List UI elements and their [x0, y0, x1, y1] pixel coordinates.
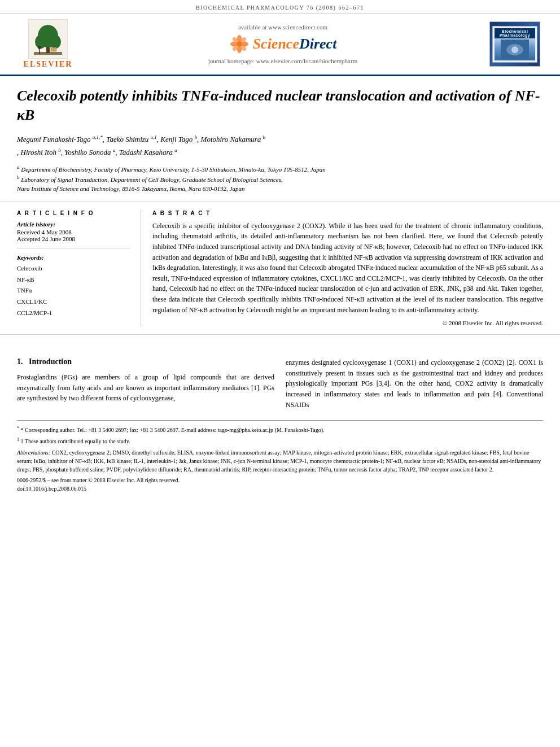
abbreviations-text: Abbreviations: COX2, cyclooxygenase 2; D… [17, 448, 543, 474]
issn-text: 0006-2952/$ – see front matter © 2008 El… [17, 476, 543, 484]
abstract-label: A B S T R A C T [152, 210, 543, 216]
elsevier-text: ELSEVIER [24, 60, 73, 69]
abstract-col: A B S T R A C T Celecoxib is a specific … [152, 210, 543, 326]
article-history-group: Article history: Received 4 May 2008 Acc… [17, 221, 130, 242]
content-right-col: enzymes designated cyclooxygenase 1 (COX… [286, 357, 543, 414]
main-content: 1. Introduction Prostaglandins (PGs) are… [0, 357, 560, 414]
svg-point-5 [50, 35, 61, 49]
corresponding-author-footnote: * * Corresponding author. Tel.: +81 3 54… [17, 425, 543, 434]
journal-cover: BiochemicalPharmacology [489, 21, 540, 67]
history-label: Article history: [17, 221, 130, 228]
section-title-text: Introduction [29, 357, 72, 366]
journal-citation-bar: BIOCHEMICAL PHARMACOLOGY 76 (2008) 662–6… [0, 0, 560, 14]
abstract-text: Celecoxib is a specific inhibitor of cyc… [152, 221, 543, 315]
accepted-date: Accepted 24 June 2008 [17, 235, 130, 242]
affiliations: a Department of Biochemistry, Faculty of… [17, 164, 543, 194]
header-section: ELSEVIER available at www.sciencedirect.… [0, 14, 560, 76]
journal-cover-area: BiochemicalPharmacology [481, 21, 549, 67]
info-divider [17, 248, 130, 248]
article-info-col: A R T I C L E I N F O Article history: R… [17, 210, 141, 326]
journal-homepage-text: journal homepage: www.elsevier.com/locat… [208, 58, 357, 64]
copyright-line: © 2008 Elsevier Inc. All rights reserved… [152, 320, 543, 326]
sciencedirect-text: ScienceDirect [253, 36, 337, 53]
keyword-celecoxib: Celecoxib [17, 263, 130, 274]
article-info-label: A R T I C L E I N F O [17, 210, 130, 216]
introduction-paragraph2: enzymes designated cyclooxygenase 1 (COX… [286, 357, 543, 410]
elsevier-tree-icon [28, 19, 68, 59]
journal-cover-title-bar: BiochemicalPharmacology [495, 28, 535, 38]
header-center: available at www.sciencedirect.com Scien… [85, 24, 481, 64]
introduction-title: 1. Introduction [17, 357, 274, 366]
sd-flower-icon [229, 34, 250, 54]
keywords-label: Keywords: [17, 254, 130, 261]
keyword-tnfa: TNFα [17, 285, 130, 296]
received-date: Received 4 May 2008 [17, 229, 130, 235]
journal-citation-text: BIOCHEMICAL PHARMACOLOGY 76 (2008) 662–6… [196, 5, 364, 11]
journal-cover-image [501, 40, 529, 59]
section-number: 1. [17, 357, 23, 366]
content-left-col: 1. Introduction Prostaglandins (PGs) are… [17, 357, 274, 414]
introduction-paragraph1: Prostaglandins (PGs) are members of a gr… [17, 372, 274, 404]
svg-point-21 [511, 46, 518, 53]
title-section: Celecoxib potently inhibits TNFα-induced… [0, 76, 560, 202]
spacer [0, 335, 560, 357]
svg-point-6 [38, 46, 41, 49]
elsevier-logo-area: ELSEVIER [11, 19, 85, 69]
abbreviations-label: Abbreviations: [17, 449, 50, 456]
page-wrapper: BIOCHEMICAL PHARMACOLOGY 76 (2008) 662–6… [0, 0, 560, 747]
keyword-nfkb: NF-κB [17, 274, 130, 286]
doi-text: doi:10.1016/j.bcp.2008.06.015 [17, 484, 543, 493]
abbreviations-content: COX2, cyclooxygenase 2; DMSO, dimethyl s… [17, 449, 541, 473]
sciencedirect-logo: ScienceDirect [229, 34, 337, 54]
keyword-ccl2: CCL2/MCP-1 [17, 308, 130, 319]
elsevier-logo: ELSEVIER [24, 19, 73, 69]
info-abstract-section: A R T I C L E I N F O Article history: R… [0, 202, 560, 335]
article-title: Celecoxib potently inhibits TNFα-induced… [17, 86, 543, 125]
equal-contribution-footnote: 1 1 These authors contributed equally to… [17, 436, 543, 445]
footnotes-section: * * Corresponding author. Tel.: +81 3 54… [17, 420, 543, 493]
keyword-cxcl1: CXCL1/KC [17, 296, 130, 308]
authors: Megumi Funakoshi-Tago a,1,*, Taeko Shimi… [17, 133, 543, 159]
available-text: available at www.sciencedirect.com [238, 24, 327, 30]
